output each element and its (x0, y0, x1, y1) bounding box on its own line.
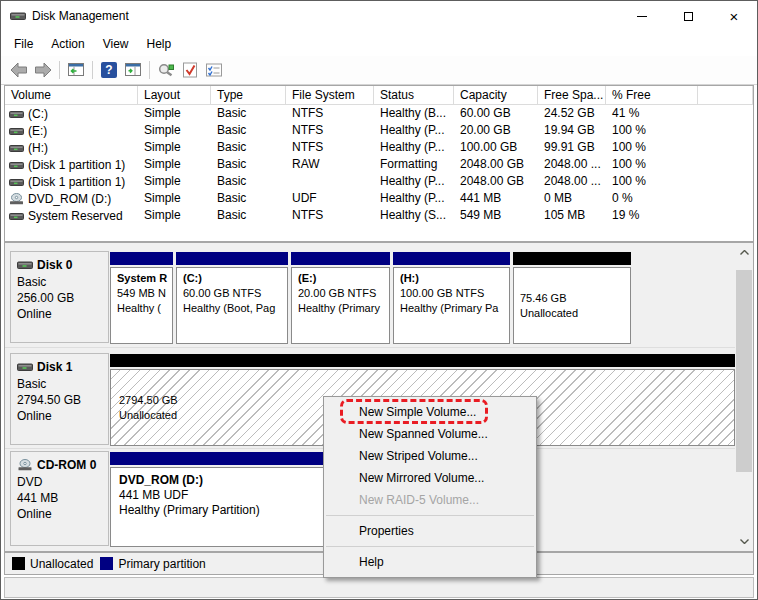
cell-fs (286, 173, 374, 190)
scroll-up-button[interactable] (736, 244, 752, 261)
table-row[interactable]: System Reserved Simple Basic NTFS Health… (5, 207, 753, 224)
red-check-icon (181, 62, 199, 78)
unallocated-bar (110, 354, 735, 367)
help-button[interactable]: ? (97, 58, 121, 82)
chevron-down-icon (740, 539, 749, 544)
primary-partition-bar (176, 252, 288, 265)
menu-item-new-simple-volume[interactable]: New Simple Volume... (324, 401, 536, 423)
vertical-scrollbar[interactable] (736, 244, 752, 550)
row-separator (5, 347, 735, 348)
minimize-icon (637, 16, 647, 17)
menu-item-new-striped-volume[interactable]: New Striped Volume... (324, 445, 536, 467)
app-drive-icon (10, 10, 26, 22)
volume-name: (E:) (28, 124, 47, 139)
partition-title: System R (117, 271, 172, 286)
menu-view[interactable]: View (94, 33, 138, 55)
cell-pct-free: 100 % (606, 122, 698, 139)
menu-help[interactable]: Help (138, 33, 181, 55)
partition-status: Healthy (Primary (298, 301, 389, 316)
cell-type: Basic (211, 207, 286, 224)
show-action-pane-button[interactable] (121, 58, 145, 82)
close-button[interactable]: × (711, 1, 757, 31)
partition-size: 20.00 GB NTFS (298, 286, 389, 301)
partition-c[interactable]: (C:)60.00 GB NTFSHealthy (Boot, Pag (176, 252, 288, 344)
scroll-down-button[interactable] (736, 533, 752, 550)
column-header-pct-free[interactable]: % Free (606, 86, 698, 104)
cell-status: Healthy (S... (374, 207, 454, 224)
rescan-disks-button[interactable] (154, 58, 178, 82)
cell-capacity: 20.00 GB (454, 122, 538, 139)
unallocated-label: Unallocated (520, 306, 630, 321)
cell-fs: NTFS (286, 139, 374, 156)
cell-free: 99.91 GB (538, 139, 606, 156)
primary-partition-bar (393, 252, 510, 265)
minimize-button[interactable] (619, 1, 665, 31)
menu-action[interactable]: Action (42, 33, 93, 55)
column-header-status[interactable]: Status (374, 86, 454, 104)
drive-icon (9, 177, 24, 188)
maximize-button[interactable] (665, 1, 711, 31)
volume-name: (Disk 1 partition 1) (28, 175, 125, 190)
cell-capacity: 441 MB (454, 190, 538, 207)
cell-layout: Simple (138, 207, 211, 224)
column-header-file-system[interactable]: File System (286, 86, 374, 104)
table-row[interactable]: (C:) Simple Basic NTFS Healthy (B... 60.… (5, 105, 753, 122)
toolbar: ? (1, 56, 757, 85)
cell-pct-free: 41 % (606, 105, 698, 122)
checklist-icon (205, 62, 223, 78)
back-arrow-icon (10, 62, 28, 78)
legend-primary-partition: Primary partition (100, 557, 205, 571)
cdrom-label-panel[interactable]: CD-ROM 0 DVD 441 MB Online (10, 451, 109, 546)
column-header-free-space[interactable]: Free Spa... (538, 86, 606, 104)
table-row[interactable]: (Disk 1 partition 1) Simple Basic RAW Fo… (5, 156, 753, 173)
column-header-capacity[interactable]: Capacity (454, 86, 538, 104)
cell-type: Basic (211, 139, 286, 156)
cell-free: 2048.00 ... (538, 156, 606, 173)
primary-partition-bar (110, 252, 173, 265)
partition-status: Healthy ( (117, 301, 172, 316)
show-console-tree-button[interactable] (64, 58, 88, 82)
menu-item-new-spanned-volume[interactable]: New Spanned Volume... (324, 423, 536, 445)
partition-system-reserved[interactable]: System R549 MB NHealthy ( (110, 252, 173, 344)
menu-item-help[interactable]: Help (324, 551, 536, 573)
toolbar-separator (149, 61, 150, 79)
status-bar (4, 577, 754, 598)
disk0-label-panel[interactable]: Disk 0 Basic 256.00 GB Online (10, 251, 109, 343)
disk-icon (17, 260, 33, 270)
partition-h[interactable]: (H:)100.00 GB NTFSHealthy (Primary Pa (393, 252, 510, 344)
cell-capacity: 2048.00 GB (454, 173, 538, 190)
cell-layout: Simple (138, 156, 211, 173)
table-row[interactable]: DVD_ROM (D:) Simple Basic UDF Healthy (P… (5, 190, 753, 207)
disk1-label-panel[interactable]: Disk 1 Basic 2794.50 GB Online (10, 353, 109, 445)
volume-name: (H:) (28, 141, 48, 156)
table-row[interactable]: (H:) Simple Basic NTFS Healthy (P... 100… (5, 139, 753, 156)
disk-name: CD-ROM 0 (37, 458, 96, 472)
primary-partition-swatch (100, 557, 113, 570)
unallocated-size: 75.46 GB (520, 291, 630, 306)
check-disk-button[interactable] (178, 58, 202, 82)
back-button[interactable] (7, 58, 31, 82)
column-header-type[interactable]: Type (211, 86, 286, 104)
cell-fs: NTFS (286, 207, 374, 224)
forward-button[interactable] (31, 58, 55, 82)
partition-e[interactable]: (E:)20.00 GB NTFSHealthy (Primary (291, 252, 390, 344)
partition-size: 100.00 GB NTFS (400, 286, 509, 301)
cell-capacity: 100.00 GB (454, 139, 538, 156)
window-title: Disk Management (32, 9, 129, 23)
task-list-button[interactable] (202, 58, 226, 82)
drive-icon (9, 126, 24, 137)
column-header-volume[interactable]: Volume (5, 86, 138, 104)
disk0-unallocated-region[interactable]: 75.46 GBUnallocated (513, 252, 631, 344)
scrollbar-thumb[interactable] (736, 270, 752, 472)
menu-item-new-mirrored-volume[interactable]: New Mirrored Volume... (324, 467, 536, 489)
column-header-layout[interactable]: Layout (138, 86, 211, 104)
table-row[interactable]: (E:) Simple Basic NTFS Healthy (P... 20.… (5, 122, 753, 139)
toolbar-separator (92, 61, 93, 79)
menu-item-properties[interactable]: Properties (324, 520, 536, 542)
cell-layout: Simple (138, 190, 211, 207)
disk-status: Online (17, 408, 104, 424)
cell-pct-free: 19 % (606, 207, 698, 224)
menu-file[interactable]: File (5, 33, 42, 55)
table-row[interactable]: (Disk 1 partition 1) Simple Basic Health… (5, 173, 753, 190)
cell-fs: NTFS (286, 122, 374, 139)
